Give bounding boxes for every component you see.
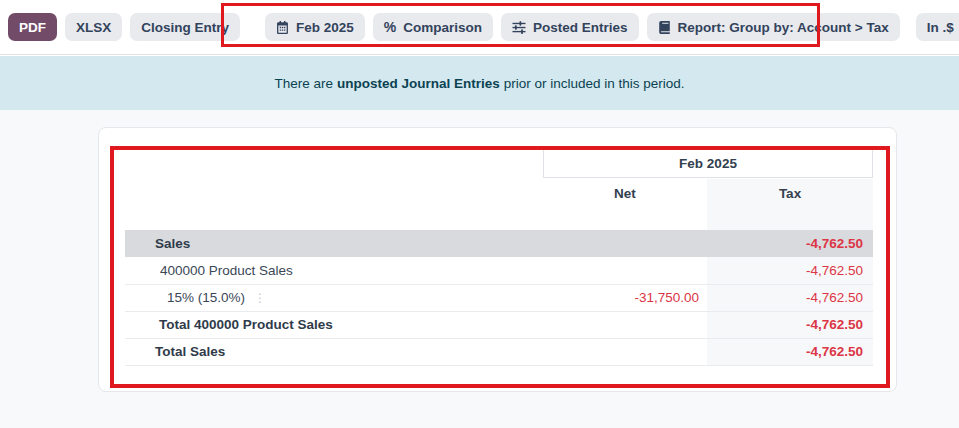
pdf-button[interactable]: PDF: [8, 13, 57, 41]
row-label-text: Total 400000 Product Sales: [159, 317, 333, 332]
row-label-text: 15% (15.0%): [167, 290, 245, 305]
filter-comparison[interactable]: %Comparison: [373, 13, 493, 41]
book-icon: [658, 21, 671, 34]
tax-report-page: PDF XLSX Closing Entry Feb 2025%Comparis…: [0, 0, 959, 428]
period-header[interactable]: Feb 2025: [543, 149, 873, 178]
period-header-row: Feb 2025: [125, 148, 873, 179]
kebab-menu-icon[interactable]: ⋮: [254, 291, 265, 305]
table-row: 15% (15.0%)⋮-31,750.00-4,762.50: [125, 284, 873, 311]
tax-value: -4,762.50: [707, 311, 873, 338]
row-label: Total 400000 Product Sales: [125, 311, 543, 338]
filter-period[interactable]: Feb 2025: [265, 13, 365, 41]
banner-text-suffix: prior or included in this period.: [504, 76, 685, 91]
filter-label: Posted Entries: [533, 20, 628, 35]
filter-label: Report: Group by: Account > Tax: [678, 20, 889, 35]
tax-value: -4,762.50: [707, 284, 873, 311]
content-area: Feb 2025 Net Tax Sales-4,762.50400000 Pr…: [0, 110, 959, 428]
toolbar: PDF XLSX Closing Entry Feb 2025%Comparis…: [0, 0, 959, 55]
tax-value: -4,762.50: [707, 257, 873, 284]
row-label[interactable]: 15% (15.0%)⋮: [125, 284, 543, 311]
row-label: Total Sales: [125, 338, 543, 365]
tax-value: -4,762.50: [707, 338, 873, 365]
net-value: [543, 230, 707, 257]
row-label-text: Total Sales: [155, 344, 225, 359]
table-row: Sales-4,762.50: [125, 230, 873, 257]
table-row: 400000 Product Sales-4,762.50: [125, 257, 873, 284]
row-label-text: Sales: [155, 236, 190, 251]
currency-button[interactable]: In .$: [916, 13, 959, 41]
percent-icon: %: [384, 19, 396, 35]
net-value: [543, 257, 707, 284]
column-header-tax: Tax: [707, 179, 873, 208]
net-value: -31,750.00: [543, 284, 707, 311]
row-label[interactable]: 400000 Product Sales: [125, 257, 543, 284]
filter-label: Feb 2025: [296, 20, 354, 35]
tax-report-table: Feb 2025 Net Tax Sales-4,762.50400000 Pr…: [125, 148, 873, 366]
net-value: [543, 338, 707, 365]
xlsx-button[interactable]: XLSX: [65, 13, 122, 41]
filter-report-groupby[interactable]: Report: Group by: Account > Tax: [647, 13, 900, 41]
row-label[interactable]: Sales: [125, 230, 543, 257]
net-value: [543, 311, 707, 338]
column-header-row: Net Tax: [125, 179, 873, 208]
column-header-net: Net: [543, 179, 707, 208]
table-row: Total 400000 Product Sales-4,762.50: [125, 311, 873, 338]
spacer-row: [125, 208, 873, 230]
calendar-icon: [276, 21, 289, 34]
banner-text-prefix: There are: [274, 76, 333, 91]
filter-group: Feb 2025%ComparisonPosted EntriesReport:…: [265, 13, 900, 41]
unposted-entries-banner: There are unposted Journal Entries prior…: [0, 56, 959, 110]
banner-text-bold: unposted Journal Entries: [337, 76, 500, 91]
closing-entry-button[interactable]: Closing Entry: [130, 13, 240, 41]
table-row: Total Sales-4,762.50: [125, 338, 873, 365]
report-card: Feb 2025 Net Tax Sales-4,762.50400000 Pr…: [98, 127, 897, 392]
filter-label: Comparison: [403, 20, 482, 35]
tax-value: -4,762.50: [707, 230, 873, 257]
sliders-icon: [512, 21, 526, 34]
filter-posted-entries[interactable]: Posted Entries: [501, 13, 639, 41]
row-label-text: 400000 Product Sales: [160, 263, 293, 278]
